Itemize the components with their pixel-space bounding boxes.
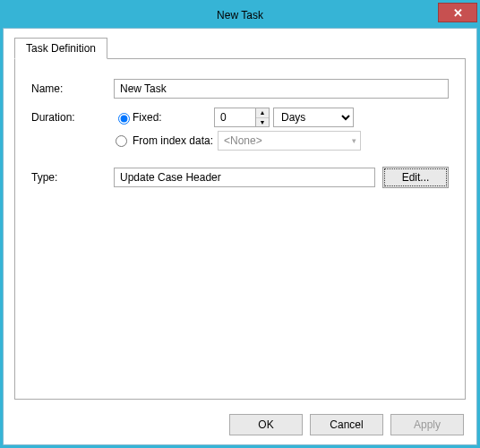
chevron-down-icon: ▾	[352, 136, 356, 145]
name-input[interactable]	[114, 79, 449, 99]
spinner-up-icon[interactable]: ▲	[256, 108, 269, 118]
from-index-value: <None>	[224, 134, 262, 147]
radio-fixed-wrap[interactable]: Fixed:	[114, 110, 214, 125]
tabstrip: Task Definition	[14, 38, 466, 59]
apply-button: Apply	[390, 414, 464, 435]
edit-button[interactable]: Edit...	[382, 167, 449, 188]
close-icon: ✕	[453, 6, 463, 20]
spinner-down-icon[interactable]: ▼	[256, 118, 269, 127]
window-title: New Task	[3, 9, 477, 22]
radio-from-index-label: From index data:	[133, 134, 213, 147]
fixed-spinner[interactable]: ▲ ▼	[214, 108, 270, 127]
titlebar: New Task ✕	[3, 3, 477, 28]
radio-from-index[interactable]	[116, 135, 127, 147]
tab-task-definition[interactable]: Task Definition	[14, 38, 107, 59]
row-type: Type: Edit...	[31, 167, 449, 188]
fixed-unit-select[interactable]: Days	[273, 108, 354, 127]
ok-button[interactable]: OK	[229, 414, 303, 435]
dialog-window: New Task ✕ Task Definition Name: Duratio…	[0, 0, 480, 448]
fixed-value-input[interactable]	[214, 108, 255, 127]
row-duration: Duration: Fixed: ▲ ▼ Days	[31, 108, 449, 127]
radio-fixed[interactable]	[118, 113, 130, 125]
radio-from-index-wrap[interactable]: From index data:	[114, 134, 214, 147]
cancel-button[interactable]: Cancel	[310, 414, 383, 435]
client-area: Task Definition Name: Duration: Fixed: ▲…	[3, 28, 477, 445]
spinner-buttons[interactable]: ▲ ▼	[255, 108, 270, 127]
row-from-index: From index data: <None> ▾	[114, 131, 449, 151]
close-button[interactable]: ✕	[438, 3, 477, 22]
row-name: Name:	[31, 79, 449, 99]
label-name: Name:	[31, 82, 114, 95]
tabpanel-task-definition: Name: Duration: Fixed: ▲ ▼ Days	[14, 58, 466, 400]
radio-fixed-label: Fixed:	[133, 111, 162, 124]
type-input[interactable]	[114, 168, 375, 187]
button-bar: OK Cancel Apply	[229, 414, 464, 435]
label-duration: Duration:	[31, 111, 114, 124]
from-index-select: <None> ▾	[218, 131, 361, 151]
label-type: Type:	[31, 171, 114, 184]
